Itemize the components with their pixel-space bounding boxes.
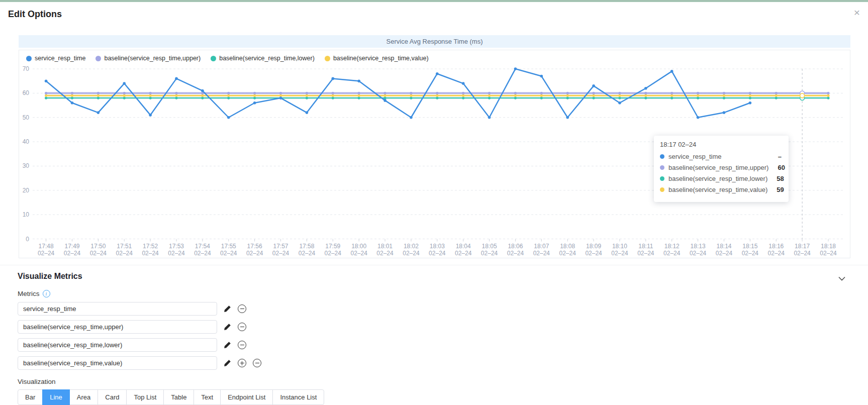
info-icon[interactable]: i bbox=[43, 290, 50, 297]
x-axis-time-label: 18:10 bbox=[612, 243, 627, 250]
tooltip-series-value: 59 bbox=[767, 186, 784, 193]
series-point bbox=[697, 96, 699, 99]
legend-dot-icon bbox=[211, 56, 216, 61]
series-point bbox=[540, 96, 543, 99]
x-axis-time-label: 18:04 bbox=[456, 243, 471, 250]
tooltip-series-name: baseline(service_resp_time,upper) bbox=[668, 164, 768, 171]
x-axis-time-label: 17:53 bbox=[169, 243, 184, 250]
x-axis-time-label: 18:02 bbox=[404, 243, 419, 250]
series-point bbox=[514, 96, 517, 99]
series-point bbox=[227, 116, 230, 119]
legend-item[interactable]: baseline(service_resp_time,value) bbox=[325, 55, 429, 62]
series-point bbox=[175, 92, 177, 94]
series-point bbox=[462, 82, 465, 85]
chevron-down-icon[interactable] bbox=[838, 274, 845, 283]
series-point bbox=[749, 92, 751, 94]
viz-button-text[interactable]: Text bbox=[194, 389, 221, 405]
remove-metric-icon[interactable] bbox=[253, 359, 261, 367]
x-axis-date-label: 02–24 bbox=[376, 250, 394, 257]
x-axis-time-label: 17:49 bbox=[64, 243, 79, 250]
add-metric-icon[interactable] bbox=[238, 359, 246, 367]
series-point bbox=[123, 94, 126, 97]
legend-dot-icon bbox=[95, 56, 101, 61]
edit-metric-icon[interactable] bbox=[224, 341, 231, 349]
viz-button-instance-list[interactable]: Instance List bbox=[272, 389, 324, 405]
metric-rows bbox=[18, 302, 850, 370]
series-point bbox=[697, 92, 699, 94]
series-point bbox=[306, 92, 308, 94]
series-point bbox=[97, 111, 100, 114]
x-axis-time-label: 17:51 bbox=[117, 243, 132, 250]
viz-button-endpoint-list[interactable]: Endpoint List bbox=[220, 389, 273, 405]
viz-button-card[interactable]: Card bbox=[98, 389, 127, 405]
legend-item[interactable]: service_resp_time bbox=[26, 55, 85, 62]
metric-input[interactable] bbox=[18, 338, 217, 352]
series-point bbox=[723, 92, 725, 94]
x-axis-date-label: 02–24 bbox=[38, 250, 55, 257]
series-point bbox=[97, 94, 100, 97]
close-icon[interactable]: × bbox=[854, 7, 860, 18]
series-point bbox=[775, 94, 778, 97]
series-point bbox=[436, 92, 438, 94]
edit-metric-icon[interactable] bbox=[224, 359, 231, 367]
series-point bbox=[306, 94, 308, 97]
x-axis-time-label: 18:13 bbox=[691, 243, 706, 250]
x-axis-time-label: 17:58 bbox=[299, 243, 314, 250]
series-point bbox=[253, 92, 256, 94]
y-axis-tick-label: 0 bbox=[26, 236, 29, 243]
series-point bbox=[227, 96, 230, 99]
series-point bbox=[827, 94, 829, 97]
series-point bbox=[358, 92, 360, 94]
legend-item[interactable]: baseline(service_resp_time,lower) bbox=[211, 55, 315, 62]
y-axis-tick-label: 20 bbox=[23, 187, 30, 194]
remove-metric-icon[interactable] bbox=[238, 323, 246, 331]
legend-item[interactable]: baseline(service_resp_time,upper) bbox=[95, 55, 201, 62]
metric-input[interactable] bbox=[18, 320, 217, 334]
series-point bbox=[175, 94, 177, 97]
tooltip-series-dot-icon bbox=[660, 154, 664, 159]
series-point bbox=[488, 92, 491, 94]
viz-button-bar[interactable]: Bar bbox=[18, 389, 43, 405]
series-point bbox=[383, 92, 386, 94]
series-point bbox=[540, 75, 543, 78]
series-point bbox=[149, 114, 152, 117]
x-axis-date-label: 02–24 bbox=[663, 250, 681, 257]
series-point bbox=[462, 92, 464, 94]
viz-button-area[interactable]: Area bbox=[69, 389, 98, 405]
edit-metric-icon[interactable] bbox=[224, 305, 231, 313]
series-point bbox=[618, 102, 621, 105]
remove-metric-icon[interactable] bbox=[238, 341, 246, 349]
remove-metric-icon[interactable] bbox=[238, 305, 246, 313]
series-point bbox=[332, 92, 334, 94]
x-axis-date-label: 02–24 bbox=[481, 250, 498, 257]
metric-input[interactable] bbox=[18, 302, 217, 316]
x-axis-date-label: 02–24 bbox=[325, 250, 342, 257]
series-point bbox=[514, 94, 517, 97]
y-axis-tick-label: 70 bbox=[23, 65, 30, 72]
series-point bbox=[723, 94, 725, 97]
series-point bbox=[279, 94, 282, 97]
series-point bbox=[201, 89, 204, 92]
series-point bbox=[45, 92, 47, 94]
section-divider bbox=[0, 265, 868, 265]
series-point bbox=[592, 84, 595, 87]
series-point bbox=[383, 94, 386, 97]
series-point bbox=[227, 94, 230, 97]
metric-input[interactable] bbox=[18, 356, 217, 370]
x-axis-time-label: 18:07 bbox=[534, 243, 549, 250]
series-point bbox=[749, 96, 751, 99]
viz-button-line[interactable]: Line bbox=[42, 389, 70, 405]
y-axis-tick-label: 50 bbox=[23, 114, 30, 121]
edit-metric-icon[interactable] bbox=[224, 323, 231, 331]
viz-button-table[interactable]: Table bbox=[163, 389, 194, 405]
chart-area[interactable]: service_resp_timebaseline(service_resp_t… bbox=[19, 50, 850, 258]
series-point bbox=[71, 94, 73, 97]
x-axis-time-label: 17:56 bbox=[247, 243, 262, 250]
series-point bbox=[123, 92, 126, 94]
legend-item-label: baseline(service_resp_time,lower) bbox=[219, 55, 315, 62]
visualization-button-group: BarLineAreaCardTop ListTableTextEndpoint… bbox=[18, 389, 324, 405]
viz-button-top-list[interactable]: Top List bbox=[126, 389, 164, 405]
series-point bbox=[253, 94, 256, 97]
series-point bbox=[566, 92, 569, 94]
x-axis-date-label: 02–24 bbox=[559, 250, 576, 257]
